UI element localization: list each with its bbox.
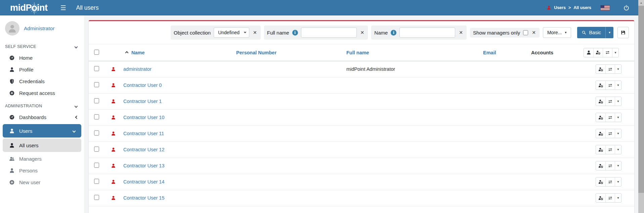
user-name-link[interactable]: Contractor User 15: [123, 195, 165, 201]
clear-name-button[interactable]: ✕: [458, 30, 464, 35]
sidebar-item-all-users[interactable]: All users: [3, 139, 81, 152]
sidebar-item-managers[interactable]: Managers: [0, 153, 84, 165]
chevron-left-icon: [75, 116, 79, 119]
section-header-self-service[interactable]: SELF SERVICE: [0, 40, 84, 52]
user-name-link[interactable]: Contractor User 10: [123, 115, 165, 120]
row-actions-menu-button[interactable]: ▾: [615, 177, 621, 186]
exchange-arrows-icon: [608, 131, 613, 136]
row-checkbox[interactable]: [94, 98, 99, 103]
row-actions-menu-button[interactable]: ▾: [615, 194, 621, 202]
sidebar-item-request-access[interactable]: Request access: [0, 87, 84, 99]
disable-user-button[interactable]: [596, 65, 605, 73]
save-search-button[interactable]: [617, 27, 629, 38]
user-name-link[interactable]: Contractor User 1: [123, 99, 162, 104]
user-name-link[interactable]: Contractor User 13: [123, 163, 165, 168]
row-checkbox[interactable]: [94, 147, 99, 152]
row-actions-menu-button[interactable]: ▾: [615, 129, 621, 138]
reconcile-button[interactable]: [605, 161, 615, 170]
object-collection-select[interactable]: Undefined: [214, 28, 249, 38]
row-actions-menu-button[interactable]: ▾: [615, 97, 621, 106]
row-checkbox[interactable]: [94, 195, 99, 200]
vertical-scrollbar[interactable]: ▲: [638, 0, 644, 213]
basic-search-button[interactable]: Basic ▾: [577, 27, 614, 38]
column-header-full-name[interactable]: Full name: [346, 44, 483, 61]
disable-user-button[interactable]: [596, 81, 605, 90]
row-actions-menu-button[interactable]: ▾: [615, 81, 621, 90]
row-actions-menu-button[interactable]: ▾: [615, 65, 621, 73]
search-mode-caret[interactable]: ▾: [605, 27, 613, 38]
reconcile-button[interactable]: [605, 113, 615, 122]
row-actions-menu-button[interactable]: ▾: [615, 161, 621, 170]
section-header-administration[interactable]: ADMINISTRATION: [0, 99, 84, 111]
personal-number-cell: [236, 93, 346, 109]
logout-power-icon[interactable]: [623, 5, 630, 11]
user-name-link[interactable]: Contractor User 0: [123, 83, 162, 88]
reconcile-button[interactable]: [605, 129, 615, 138]
enable-user-button[interactable]: [584, 48, 593, 57]
user-name-link[interactable]: administrator: [123, 66, 152, 72]
info-icon[interactable]: i: [391, 30, 396, 36]
select-all-checkbox[interactable]: [94, 50, 99, 55]
reconcile-button[interactable]: [605, 81, 615, 90]
table-row: Contractor User 1 ▾: [89, 93, 634, 109]
sidebar-user-name[interactable]: Administrator: [24, 25, 54, 32]
sidebar-item-users[interactable]: Users: [3, 124, 81, 138]
reconcile-button[interactable]: [605, 145, 615, 154]
row-checkbox[interactable]: [94, 130, 99, 136]
column-header-personal-number[interactable]: Personal Number: [236, 44, 346, 61]
clear-show-managers-button[interactable]: ✕: [531, 30, 536, 35]
reconcile-button[interactable]: [605, 194, 615, 202]
sidebar-item-home[interactable]: Home: [0, 52, 84, 64]
hamburger-menu-icon[interactable]: ☰: [60, 5, 66, 11]
scroll-up-arrow-icon[interactable]: ▲: [638, 0, 644, 6]
disable-user-button[interactable]: [596, 129, 605, 138]
breadcrumb-users-link[interactable]: Users: [554, 5, 566, 10]
row-checkbox[interactable]: [94, 114, 99, 119]
row-checkbox[interactable]: [94, 82, 99, 87]
sidebar-item-persons[interactable]: Persons: [0, 165, 84, 176]
user-name-link[interactable]: Contractor User 12: [123, 147, 165, 152]
user-icon: [9, 67, 15, 72]
exchange-arrows-icon: [608, 163, 613, 168]
disable-user-button[interactable]: [596, 145, 605, 154]
user-name-link[interactable]: Contractor User 14: [123, 179, 165, 184]
disable-user-button[interactable]: [596, 97, 605, 106]
disable-user-button[interactable]: [596, 177, 605, 186]
user-name-link[interactable]: Contractor User 11: [123, 131, 164, 136]
info-icon[interactable]: i: [292, 30, 298, 36]
column-header-name[interactable]: Name: [118, 44, 236, 61]
row-actions-menu-button[interactable]: ▾: [615, 113, 621, 122]
disable-user-button[interactable]: [596, 194, 605, 202]
row-actions-menu-button[interactable]: ▾: [615, 145, 621, 154]
reconcile-button[interactable]: [605, 177, 615, 186]
sidebar-item-profile[interactable]: Profile: [0, 64, 84, 75]
disable-user-button[interactable]: [593, 48, 603, 57]
row-checkbox[interactable]: [94, 163, 99, 168]
language-flag-us-icon[interactable]: [601, 5, 610, 10]
row-checkbox[interactable]: [94, 66, 99, 71]
name-input[interactable]: [399, 28, 455, 38]
clear-full-name-button[interactable]: ✕: [360, 30, 365, 35]
disable-user-button[interactable]: [596, 161, 605, 170]
row-checkbox[interactable]: [94, 179, 99, 184]
sidebar-item-dashboards[interactable]: Dashboards: [0, 111, 84, 123]
full-name-input[interactable]: [301, 28, 357, 38]
name-label: Name: [374, 30, 388, 36]
column-header-email[interactable]: Email: [483, 44, 531, 61]
more-filters-button[interactable]: More... ▾: [543, 27, 571, 38]
reconcile-button[interactable]: [605, 65, 615, 73]
more-label: More...: [547, 30, 562, 35]
caret-down-icon: ▾: [617, 164, 619, 167]
reconcile-button[interactable]: [605, 97, 615, 106]
sidebar-item-credentials[interactable]: Credentials: [0, 75, 84, 87]
user-icon: [111, 83, 116, 88]
midpoint-logo[interactable]: midPoint: [10, 3, 48, 13]
sidebar-item-new-user[interactable]: New user: [0, 176, 84, 188]
header-actions-menu-button[interactable]: ▾: [612, 48, 618, 57]
reconcile-button[interactable]: [603, 48, 612, 57]
scrollbar-thumb[interactable]: [638, 6, 644, 193]
disable-user-button[interactable]: [596, 113, 605, 122]
clear-object-collection-button[interactable]: ✕: [252, 30, 258, 35]
show-managers-checkbox[interactable]: [523, 30, 528, 35]
breadcrumb: Users > All users: [547, 5, 591, 10]
